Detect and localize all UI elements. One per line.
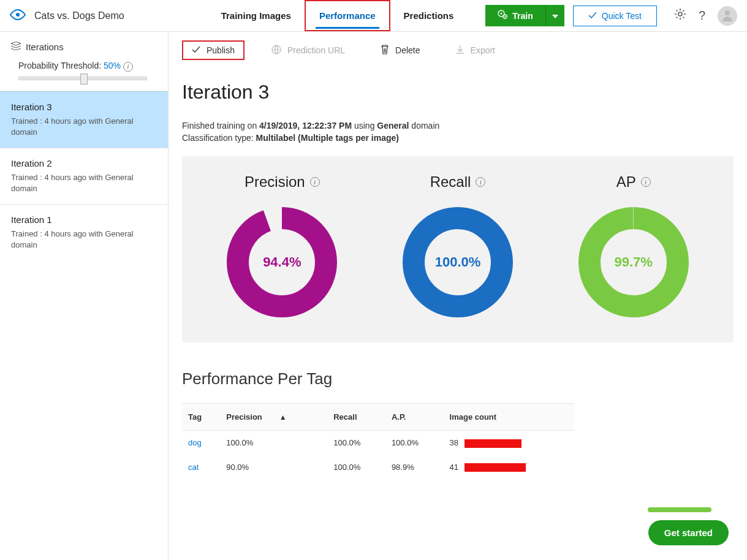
svg-point-4	[504, 16, 506, 17]
cell-ap: 100.0%	[385, 431, 444, 455]
col-precision-label: Precision	[226, 412, 262, 422]
finished-domain: General	[377, 121, 409, 131]
cell-precision: 100.0%	[220, 431, 327, 455]
iteration-item[interactable]: Iteration 3Trained : 4 hours ago with Ge…	[0, 91, 168, 148]
info-icon[interactable]: i	[310, 177, 320, 187]
info-icon[interactable]: i	[476, 177, 485, 187]
iteration-item[interactable]: Iteration 2Trained : 4 hours ago with Ge…	[0, 148, 168, 204]
per-tag-table: Tag Precision▲ Recall A.P. Image count d…	[182, 403, 574, 479]
gear-icon	[674, 10, 686, 23]
delete-label: Delete	[395, 45, 420, 55]
threshold-value: 50%	[104, 61, 121, 70]
cell-ap: 98.9%	[385, 455, 444, 480]
cell-recall: 100.0%	[327, 431, 385, 455]
publish-label: Publish	[207, 45, 235, 55]
meta-text: domain	[409, 121, 439, 131]
quick-test-label: Quick Test	[602, 11, 642, 21]
iteration-title: Iteration 3	[182, 81, 734, 104]
metrics-panel: Precisioni 94.4% Recalli 100.0% APi 99.7…	[182, 156, 734, 342]
meta-text: using	[352, 121, 377, 131]
get-started-button[interactable]: Get started	[648, 520, 729, 545]
globe-icon	[271, 45, 281, 56]
export-label: Export	[471, 45, 495, 55]
help-button[interactable]: ?	[699, 9, 705, 23]
classification-type: Multilabel (Multiple tags per image)	[256, 133, 399, 143]
iteration-name: Iteration 1	[11, 214, 157, 225]
meta-text: Classification type:	[182, 133, 256, 143]
train-button[interactable]: Train	[485, 5, 545, 26]
per-tag-heading: Performance Per Tag	[182, 369, 734, 388]
sidebar: Iterations Probability Threshold: 50% i …	[0, 32, 169, 560]
layers-icon	[11, 42, 21, 52]
metric-precision: Precisioni 94.4%	[224, 173, 340, 320]
quick-test-button[interactable]: Quick Test	[573, 6, 657, 26]
project-title: Cats vs. Dogs Demo	[34, 10, 124, 21]
count-bar	[465, 463, 526, 472]
recall-value: 100.0%	[435, 254, 481, 270]
gears-icon	[498, 10, 507, 21]
train-button-label: Train	[512, 11, 533, 21]
sort-up-icon: ▲	[279, 413, 287, 422]
check-icon	[192, 45, 200, 55]
train-dropdown[interactable]	[545, 5, 564, 26]
iteration-name: Iteration 2	[11, 158, 157, 168]
col-ap[interactable]: A.P.	[385, 404, 444, 431]
metric-label: Recall	[430, 173, 471, 191]
col-recall[interactable]: Recall	[327, 404, 385, 431]
threshold-label: Probability Threshold:	[18, 61, 101, 70]
metric-label: Precision	[245, 173, 305, 191]
iteration-sub: Trained : 4 hours ago with General domai…	[11, 172, 157, 194]
publish-button[interactable]: Publish	[182, 40, 245, 60]
training-finished-line: Finished training on 4/19/2019, 12:22:37…	[182, 121, 734, 131]
tab-performance[interactable]: Performance	[305, 0, 390, 31]
cell-recall: 100.0%	[327, 455, 385, 480]
avatar-button[interactable]	[718, 6, 737, 26]
prediction-url-label: Prediction URL	[287, 45, 345, 55]
metric-ap: APi 99.7%	[575, 173, 692, 320]
iteration-sub: Trained : 4 hours ago with General domai…	[11, 229, 157, 251]
threshold-slider[interactable]	[18, 77, 147, 80]
iteration-toolbar: Publish Prediction URL Delete Export	[169, 32, 747, 64]
download-icon	[456, 45, 465, 56]
tag-link[interactable]: cat	[188, 463, 199, 472]
settings-button[interactable]	[674, 8, 686, 23]
col-count[interactable]: Image count	[444, 404, 574, 431]
nav-tabs: Training Images Performance Predictions	[208, 0, 468, 31]
classification-type-line: Classification type: Multilabel (Multipl…	[182, 133, 734, 143]
metric-label: AP	[616, 173, 636, 191]
tab-predictions[interactable]: Predictions	[390, 0, 468, 31]
threshold-block: Probability Threshold: 50% i	[0, 58, 168, 91]
info-icon[interactable]: i	[123, 62, 133, 72]
svg-point-0	[16, 13, 20, 17]
iteration-name: Iteration 3	[11, 102, 157, 112]
logo-icon	[10, 9, 26, 23]
table-row: cat90.0%100.0%98.9%41	[182, 455, 574, 480]
iterations-header: Iterations	[0, 32, 168, 58]
svg-point-5	[678, 12, 682, 16]
train-button-group: Train	[485, 5, 564, 26]
svg-point-6	[725, 10, 730, 15]
info-icon[interactable]: i	[641, 177, 651, 187]
header-right: ?	[674, 6, 737, 26]
app-header: Cats vs. Dogs Demo Training Images Perfo…	[0, 0, 747, 32]
table-row: dog100.0%100.0%100.0%38	[182, 431, 574, 455]
prediction-url-button: Prediction URL	[263, 41, 354, 60]
delete-button[interactable]: Delete	[372, 41, 428, 60]
check-icon	[588, 11, 597, 21]
col-tag[interactable]: Tag	[182, 404, 220, 431]
question-icon: ?	[699, 9, 705, 22]
export-button: Export	[447, 41, 504, 60]
tag-link[interactable]: dog	[188, 438, 202, 447]
metric-recall: Recalli 100.0%	[400, 173, 516, 320]
col-precision[interactable]: Precision▲	[220, 404, 327, 431]
tab-training-images[interactable]: Training Images	[208, 0, 305, 31]
cell-count: 41	[444, 455, 574, 480]
iteration-item[interactable]: Iteration 1Trained : 4 hours ago with Ge…	[0, 204, 168, 260]
ap-value: 99.7%	[614, 254, 652, 270]
user-icon	[721, 8, 734, 24]
iterations-label: Iterations	[26, 42, 64, 52]
slider-thumb[interactable]	[80, 74, 88, 85]
svg-point-2	[501, 13, 502, 15]
precision-value: 94.4%	[263, 254, 301, 270]
count-bar	[465, 439, 521, 448]
